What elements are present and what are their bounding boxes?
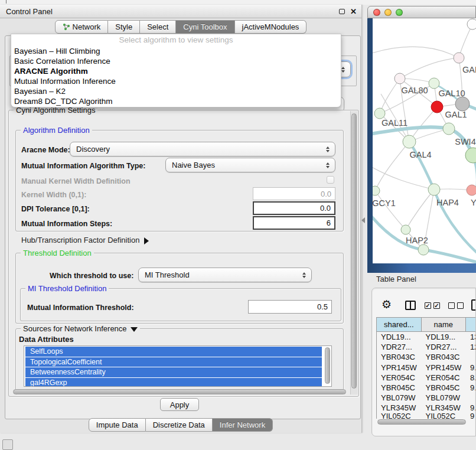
float-window-icon[interactable] <box>339 9 345 14</box>
node-gal1[interactable] <box>443 123 455 135</box>
table-row[interactable]: YBR043CYBR043C <box>377 352 476 362</box>
aracne-mode-combobox[interactable]: Discovery <box>70 142 335 156</box>
algorithm-option[interactable]: Bayesian – Hill Climbing <box>11 46 341 56</box>
algorithm-option[interactable]: Dream8 DC_TDC Algorithm <box>11 96 341 106</box>
tab-cyni-toolbox[interactable]: Cyni Toolbox <box>176 20 234 34</box>
checked-box-icon[interactable]: ✓ <box>433 302 440 309</box>
settings-vscrollbar-thumb[interactable] <box>351 113 357 389</box>
tab-impute-data[interactable]: Impute Data <box>89 418 146 432</box>
split-columns-icon[interactable] <box>405 301 416 310</box>
tab-jactivemnodules[interactable]: jActiveMNodules <box>235 20 307 34</box>
table-row[interactable]: YLR345WYLR345W9. <box>377 403 476 413</box>
tab-network[interactable]: Network <box>55 20 109 34</box>
mi-steps-label: Mutual Information Steps: <box>21 220 112 228</box>
table-row[interactable]: YBR045CYBR045C9. <box>377 383 476 393</box>
node-swi4[interactable] <box>465 148 476 163</box>
mi-threshold-label: Mutual Information Threshold: <box>27 304 134 312</box>
node-label: GAL80 <box>401 86 428 95</box>
node-gal10[interactable] <box>429 78 439 89</box>
list-item[interactable]: gal4RGexp <box>25 378 322 387</box>
combo-stepper-icon <box>341 67 345 73</box>
combo-stepper-icon <box>326 162 330 168</box>
algorithm-option[interactable]: Bayesian – K2 <box>11 86 341 96</box>
unchecked-box-icon[interactable] <box>448 302 455 309</box>
data-attributes-list: SelfLoops TopologicalCoefficient Between… <box>24 345 332 387</box>
panel-divider-grip-icon[interactable] <box>361 217 365 223</box>
which-threshold-value: MI Threshold <box>145 270 190 279</box>
unchecked-box-icon[interactable] <box>457 302 464 309</box>
tab-discretize-data[interactable]: Discretize Data <box>146 418 213 432</box>
checked-box-icon[interactable]: ✓ <box>425 302 431 309</box>
node-salmon[interactable] <box>467 185 476 195</box>
document-icon[interactable] <box>471 299 476 311</box>
table-row[interactable]: YBL079WYBL079W <box>377 393 476 403</box>
node-gray[interactable] <box>455 97 470 111</box>
node-gal[interactable] <box>454 53 464 63</box>
node-label: GCY1 <box>373 198 396 208</box>
zoom-traffic-light-icon[interactable] <box>396 9 403 16</box>
algorithm-option[interactable]: Mutual Information Inference <box>11 76 341 86</box>
tab-select[interactable]: Select <box>140 20 176 34</box>
network-canvas[interactable]: GAL GAL80 GAL10 GAL1 GAL11 SWI4 GAL4 GCY… <box>373 18 476 263</box>
list-item[interactable]: SelfLoops <box>25 347 322 357</box>
network-icon <box>63 23 70 31</box>
expand-right-icon <box>144 237 149 244</box>
node[interactable] <box>467 19 476 30</box>
minimize-traffic-light-icon[interactable] <box>384 9 392 16</box>
top-tick <box>6 0 6 4</box>
dpi-tolerance-field[interactable]: 0.0 <box>253 201 335 215</box>
mi-threshold-field[interactable]: 0.5 <box>248 300 332 314</box>
apply-button[interactable]: Apply <box>160 398 199 411</box>
algorithm-definition-title: Algorithm Definition <box>21 126 92 135</box>
node-red[interactable] <box>431 101 443 113</box>
dpi-tolerance-label: DPI Tolerance [0,1]: <box>21 205 90 213</box>
gear-icon[interactable]: ⚙ <box>382 299 392 310</box>
tab-network-label: Network <box>73 21 101 33</box>
tab-infer-network[interactable]: Infer Network <box>213 418 273 432</box>
node-label: HAP4 <box>436 198 459 207</box>
kernel-width-field[interactable]: 0.0 <box>253 187 335 200</box>
sources-group-title[interactable]: Sources for Network Inference <box>21 324 140 333</box>
table-row[interactable]: YDR27...YDR27...12 <box>377 342 476 352</box>
node-gal4[interactable] <box>403 135 416 148</box>
node-gal80[interactable] <box>395 73 405 84</box>
list-item[interactable]: TopologicalCoefficient <box>25 357 322 367</box>
table-row[interactable]: YDL19...YDL19...13 <box>377 332 476 342</box>
list-vscrollbar-thumb[interactable] <box>325 347 330 384</box>
list-item[interactable]: BetweennessCentrality <box>25 367 322 377</box>
table-row[interactable]: YPR145WYPR145W9. <box>377 363 476 373</box>
node-label: GAL4 <box>409 150 431 159</box>
manual-kernel-checkbox[interactable] <box>327 176 334 184</box>
node-hap2[interactable] <box>401 225 410 234</box>
control-panel-window: Control Panel ✕ Network Style Select Cyn… <box>0 5 362 433</box>
close-traffic-light-icon[interactable] <box>373 9 380 16</box>
table-hscrollbar-thumb[interactable] <box>377 419 466 425</box>
tab-style[interactable]: Style <box>108 20 140 34</box>
hub-definition-expander[interactable]: Hub/Transcription Factor Definition <box>21 236 149 244</box>
table-header-row: shared... name <box>377 318 476 332</box>
node-gcy1[interactable] <box>373 186 380 195</box>
table-row[interactable]: YER054CYER054C8. <box>377 373 476 383</box>
network-window-titlebar <box>367 6 476 18</box>
algorithm-option-aracne[interactable]: ARACNE Algorithm <box>11 66 341 76</box>
table-row[interactable]: YIL052CYIL052C9 <box>377 413 476 419</box>
network-node-labels: GAL GAL80 GAL10 GAL1 GAL11 SWI4 GAL4 GCY… <box>373 65 476 245</box>
mi-steps-field[interactable]: 6 <box>253 216 335 230</box>
settings-hscrollbar-thumb[interactable] <box>13 389 346 394</box>
close-icon[interactable]: ✕ <box>350 7 357 16</box>
mi-type-value: Naive Bayes <box>172 161 215 169</box>
node-label: GAL <box>462 65 476 74</box>
top-strip <box>0 0 476 5</box>
which-threshold-combobox[interactable]: MI Threshold <box>138 268 312 282</box>
node-gal11[interactable] <box>374 108 385 119</box>
column-header-name[interactable]: name <box>422 318 467 332</box>
column-header-shared-name[interactable]: shared... <box>377 318 422 332</box>
column-header-clipped[interactable] <box>466 318 476 332</box>
mi-type-combobox[interactable]: Naive Bayes <box>165 158 335 172</box>
node-hap4[interactable] <box>428 184 440 195</box>
node-table: shared... name YDL19...YDL19...13 YDR27.… <box>376 317 476 419</box>
node[interactable] <box>418 244 429 255</box>
threshold-definition-title: Threshold Definition <box>21 249 94 257</box>
bottom-corner-button[interactable] <box>2 439 13 450</box>
algorithm-option[interactable]: Basic Correlation Inference <box>11 56 341 66</box>
